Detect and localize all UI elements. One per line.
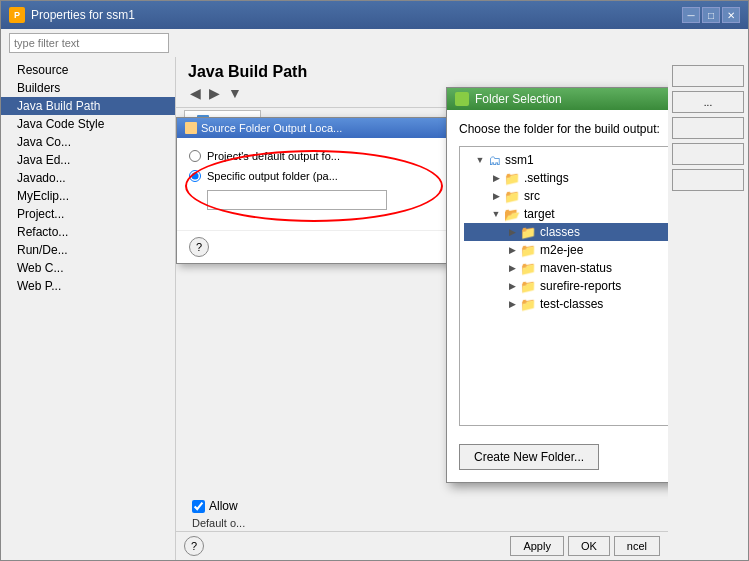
tree-label-ssm1: ssm1 bbox=[505, 153, 534, 167]
project-icon: 🗂 bbox=[488, 153, 501, 168]
toggle-src[interactable]: ▶ bbox=[488, 188, 504, 204]
window-icon: P bbox=[9, 7, 25, 23]
bottom-left: ? bbox=[184, 536, 204, 556]
tree-item-m2e-jee[interactable]: ▶ 📁 m2e-jee bbox=[464, 241, 668, 259]
right-btn-2[interactable]: ... bbox=[672, 91, 744, 113]
right-btn-1[interactable] bbox=[672, 65, 744, 87]
title-bar: P Properties for ssm1 ─ □ ✕ bbox=[1, 1, 748, 29]
folder-icon-src: 📁 bbox=[504, 189, 520, 204]
tree-item-target[interactable]: ▼ 📂 target bbox=[464, 205, 668, 223]
tree-item-classes[interactable]: ▶ 📁 classes bbox=[464, 223, 668, 241]
nav-dropdown-button[interactable]: ▼ bbox=[226, 85, 244, 101]
title-bar-controls: ─ □ ✕ bbox=[682, 7, 740, 23]
tree-item-src[interactable]: ▶ 📁 src bbox=[464, 187, 668, 205]
ok-button[interactable]: OK bbox=[568, 536, 610, 556]
folder-dialog-title-left: Folder Selection bbox=[455, 92, 562, 106]
sidebar-item-project[interactable]: Project... bbox=[1, 205, 175, 223]
main-window: P Properties for ssm1 ─ □ ✕ Resource Bui… bbox=[0, 0, 749, 561]
tree-label-m2e-jee: m2e-jee bbox=[540, 243, 583, 257]
right-buttons: ... bbox=[668, 57, 748, 560]
help-button[interactable]: ? bbox=[184, 536, 204, 556]
sidebar: Resource Builders Java Build Path Java C… bbox=[1, 57, 176, 560]
allow-label: Allow bbox=[209, 499, 238, 513]
output-folder-input[interactable]: target/classes bbox=[207, 190, 387, 210]
nav-forward-button[interactable]: ▶ bbox=[207, 85, 222, 101]
folder-dialog-title-text: Folder Selection bbox=[475, 92, 562, 106]
toggle-settings[interactable]: ▶ bbox=[488, 170, 504, 186]
source-dialog-title-text: Source Folder Output Loca... bbox=[201, 122, 342, 134]
folder-icon-surefire-reports: 📁 bbox=[520, 279, 536, 294]
title-bar-left: P Properties for ssm1 bbox=[9, 7, 135, 23]
tree-label-test-classes: test-classes bbox=[540, 297, 603, 311]
tree-label-classes: classes bbox=[540, 225, 580, 239]
toggle-ssm1[interactable]: ▼ bbox=[472, 152, 488, 168]
window-title: Properties for ssm1 bbox=[31, 8, 135, 22]
source-dialog: Source Folder Output Loca... Project's d… bbox=[176, 117, 466, 264]
sidebar-item-java-editor[interactable]: Java Ed... bbox=[1, 151, 175, 169]
folder-icon-target: 📂 bbox=[504, 207, 520, 222]
filter-input[interactable] bbox=[9, 33, 169, 53]
folder-dialog-prompt: Choose the folder for the build output: bbox=[459, 122, 668, 136]
maximize-button[interactable]: □ bbox=[702, 7, 720, 23]
sidebar-item-refactor[interactable]: Refacto... bbox=[1, 223, 175, 241]
nav-back-button[interactable]: ◀ bbox=[188, 85, 203, 101]
toggle-test-classes[interactable]: ▶ bbox=[504, 296, 520, 312]
right-btn-3[interactable] bbox=[672, 117, 744, 139]
sidebar-item-web-c[interactable]: Web C... bbox=[1, 259, 175, 277]
close-button[interactable]: ✕ bbox=[722, 7, 740, 23]
radio-default[interactable] bbox=[189, 150, 201, 162]
source-dialog-bottom: ? bbox=[177, 230, 465, 263]
main-panel: Java Build Path ◀ ▶ ▼ Source Source fo..… bbox=[176, 57, 668, 560]
folder-dialog-footer: Create New Folder... bbox=[447, 438, 668, 482]
sidebar-item-web-p[interactable]: Web P... bbox=[1, 277, 175, 295]
toggle-maven-status[interactable]: ▶ bbox=[504, 260, 520, 276]
radio-option-1: Project's default output fo... bbox=[189, 150, 453, 162]
tree-item-surefire-reports[interactable]: ▶ 📁 surefire-reports bbox=[464, 277, 668, 295]
folder-icon-maven-status: 📁 bbox=[520, 261, 536, 276]
folder-icon-settings: 📁 bbox=[504, 171, 520, 186]
tree-item-ssm1[interactable]: ▼ 🗂 ssm1 bbox=[464, 151, 668, 169]
toggle-target[interactable]: ▼ bbox=[488, 206, 504, 222]
source-dialog-help[interactable]: ? bbox=[189, 237, 209, 257]
bottom-bar: ? Apply OK ncel bbox=[176, 531, 668, 560]
tree-label-surefire-reports: surefire-reports bbox=[540, 279, 621, 293]
tree-label-src: src bbox=[524, 189, 540, 203]
tree-label-settings: .settings bbox=[524, 171, 569, 185]
sidebar-item-java-build-path[interactable]: Java Build Path bbox=[1, 97, 175, 115]
sidebar-item-javadoc[interactable]: Javado... bbox=[1, 169, 175, 187]
sidebar-item-java-compiler[interactable]: Java Co... bbox=[1, 133, 175, 151]
allow-checkbox[interactable] bbox=[192, 500, 205, 513]
default-output-label: Default o... bbox=[184, 515, 660, 531]
tree-container[interactable]: ▼ 🗂 ssm1 ▶ 📁 .settings ▶ bbox=[459, 146, 668, 426]
filter-bar bbox=[1, 29, 748, 57]
radio-specific[interactable] bbox=[189, 170, 201, 182]
create-new-folder-button[interactable]: Create New Folder... bbox=[459, 444, 599, 470]
tree-item-maven-status[interactable]: ▶ 📁 maven-status bbox=[464, 259, 668, 277]
apply-button[interactable]: Apply bbox=[510, 536, 564, 556]
folder-dialog-icon bbox=[455, 92, 469, 106]
allow-row: Allow bbox=[184, 497, 660, 515]
source-dialog-title: Source Folder Output Loca... bbox=[177, 118, 465, 138]
sidebar-item-myeclipse[interactable]: MyEclip... bbox=[1, 187, 175, 205]
panel-title: Java Build Path bbox=[188, 63, 656, 81]
sidebar-item-run-debug[interactable]: Run/De... bbox=[1, 241, 175, 259]
toggle-m2e-jee[interactable]: ▶ bbox=[504, 242, 520, 258]
toggle-classes[interactable]: ▶ bbox=[504, 224, 520, 240]
minimize-button[interactable]: ─ bbox=[682, 7, 700, 23]
source-dialog-content: Project's default output fo... Specific … bbox=[177, 138, 465, 230]
folder-dialog-content: Choose the folder for the build output: … bbox=[447, 110, 668, 438]
sidebar-item-builders[interactable]: Builders bbox=[1, 79, 175, 97]
tree-item-settings[interactable]: ▶ 📁 .settings bbox=[464, 169, 668, 187]
tree-item-test-classes[interactable]: ▶ 📁 test-classes bbox=[464, 295, 668, 313]
source-dialog-icon bbox=[185, 122, 197, 134]
right-btn-4[interactable] bbox=[672, 143, 744, 165]
radio-default-label: Project's default output fo... bbox=[207, 150, 340, 162]
toggle-surefire-reports[interactable]: ▶ bbox=[504, 278, 520, 294]
right-btn-5[interactable] bbox=[672, 169, 744, 191]
bottom-right: Apply OK ncel bbox=[510, 536, 660, 556]
sidebar-item-java-code-style[interactable]: Java Code Style bbox=[1, 115, 175, 133]
sidebar-item-resource[interactable]: Resource bbox=[1, 61, 175, 79]
tree-label-maven-status: maven-status bbox=[540, 261, 612, 275]
folder-icon-test-classes: 📁 bbox=[520, 297, 536, 312]
cancel-button[interactable]: ncel bbox=[614, 536, 660, 556]
